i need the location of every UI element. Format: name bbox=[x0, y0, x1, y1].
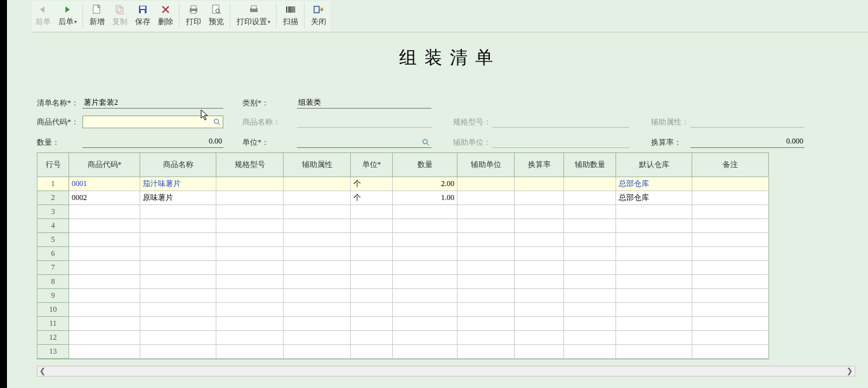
row-number[interactable]: 13 bbox=[37, 345, 69, 359]
rate-field[interactable]: 0.000 bbox=[690, 137, 805, 148]
cell[interactable] bbox=[216, 261, 284, 275]
cell[interactable] bbox=[284, 303, 351, 317]
cell[interactable] bbox=[140, 317, 216, 331]
scan-button[interactable]: 扫描 bbox=[279, 1, 302, 29]
cell[interactable] bbox=[351, 331, 393, 345]
cell[interactable] bbox=[69, 275, 140, 289]
cell[interactable] bbox=[564, 177, 616, 191]
cell[interactable] bbox=[564, 233, 616, 247]
col-name[interactable]: 商品名称 bbox=[140, 153, 216, 177]
col-code[interactable]: 商品代码* bbox=[69, 153, 140, 177]
cell[interactable] bbox=[393, 275, 457, 289]
cell[interactable] bbox=[692, 289, 768, 303]
table-row[interactable]: 8 bbox=[37, 275, 768, 289]
cell[interactable] bbox=[351, 219, 393, 233]
cell[interactable] bbox=[515, 345, 564, 359]
qty-field[interactable]: 0.00 bbox=[82, 137, 223, 148]
cell[interactable] bbox=[284, 275, 351, 289]
cell[interactable] bbox=[564, 205, 616, 219]
cell[interactable] bbox=[284, 205, 351, 219]
cell[interactable]: 个 bbox=[351, 177, 393, 191]
cell[interactable] bbox=[457, 331, 515, 345]
cell[interactable] bbox=[284, 247, 351, 261]
cell[interactable] bbox=[457, 177, 515, 191]
row-number[interactable]: 9 bbox=[37, 289, 69, 303]
table-row[interactable]: 7 bbox=[37, 261, 768, 275]
cell[interactable] bbox=[616, 275, 692, 289]
cell[interactable] bbox=[692, 233, 768, 247]
cell[interactable]: 总部仓库 bbox=[616, 177, 692, 191]
cell[interactable] bbox=[351, 303, 393, 317]
col-spec[interactable]: 规格型号 bbox=[216, 153, 284, 177]
cell[interactable] bbox=[216, 303, 284, 317]
cell[interactable] bbox=[457, 303, 515, 317]
cell[interactable] bbox=[692, 345, 768, 359]
cell[interactable] bbox=[692, 177, 768, 191]
code-input-inner[interactable] bbox=[84, 117, 213, 127]
cell[interactable] bbox=[140, 345, 216, 359]
cell[interactable] bbox=[69, 247, 140, 261]
cell[interactable] bbox=[457, 289, 515, 303]
cell[interactable] bbox=[216, 233, 284, 247]
table-row[interactable]: 20002原味薯片个1.00总部仓库 bbox=[37, 191, 768, 205]
cell[interactable] bbox=[515, 219, 564, 233]
cell[interactable] bbox=[457, 247, 515, 261]
col-auxunit[interactable]: 辅助单位 bbox=[457, 153, 515, 177]
cell[interactable]: 2.00 bbox=[393, 177, 457, 191]
cell[interactable] bbox=[284, 233, 351, 247]
cell[interactable] bbox=[515, 303, 564, 317]
cell[interactable] bbox=[216, 331, 284, 345]
code-input[interactable] bbox=[82, 116, 223, 128]
cell[interactable] bbox=[515, 247, 564, 261]
scroll-left-icon[interactable]: ❮ bbox=[37, 366, 48, 376]
cell[interactable] bbox=[351, 233, 393, 247]
table-row[interactable]: 6 bbox=[37, 247, 768, 261]
row-number[interactable]: 6 bbox=[37, 247, 69, 261]
cell[interactable] bbox=[515, 275, 564, 289]
next-bill-button[interactable]: 后单 ▾ bbox=[55, 1, 81, 29]
close-button[interactable]: 关闭 bbox=[307, 1, 330, 29]
cell[interactable] bbox=[351, 205, 393, 219]
cell[interactable] bbox=[140, 275, 216, 289]
cell[interactable] bbox=[564, 303, 616, 317]
table-row[interactable]: 5 bbox=[37, 233, 768, 247]
cell[interactable] bbox=[284, 191, 351, 205]
cell[interactable] bbox=[140, 303, 216, 317]
cell[interactable] bbox=[564, 289, 616, 303]
cell[interactable] bbox=[616, 233, 692, 247]
lookup-icon[interactable] bbox=[421, 138, 430, 147]
cell[interactable] bbox=[692, 261, 768, 275]
cell[interactable] bbox=[457, 205, 515, 219]
cell[interactable] bbox=[216, 345, 284, 359]
col-rownum[interactable]: 行号 bbox=[37, 153, 69, 177]
cell[interactable] bbox=[393, 345, 457, 359]
col-wh[interactable]: 默认仓库 bbox=[616, 153, 692, 177]
cell[interactable] bbox=[393, 261, 457, 275]
table-row[interactable]: 10 bbox=[37, 303, 768, 317]
preview-button[interactable]: 预览 bbox=[205, 1, 228, 29]
cell[interactable] bbox=[616, 261, 692, 275]
cell[interactable] bbox=[692, 205, 768, 219]
cell[interactable] bbox=[69, 345, 140, 359]
cell[interactable] bbox=[140, 219, 216, 233]
cell[interactable] bbox=[515, 317, 564, 331]
cell[interactable] bbox=[457, 345, 515, 359]
cell[interactable] bbox=[140, 233, 216, 247]
cell[interactable] bbox=[616, 317, 692, 331]
cell[interactable] bbox=[515, 233, 564, 247]
cell[interactable] bbox=[564, 219, 616, 233]
cell[interactable] bbox=[393, 317, 457, 331]
cell[interactable] bbox=[616, 205, 692, 219]
cell[interactable] bbox=[616, 331, 692, 345]
cell[interactable] bbox=[140, 247, 216, 261]
unit-field[interactable] bbox=[297, 137, 431, 148]
row-number[interactable]: 10 bbox=[37, 303, 69, 317]
cell[interactable]: 0002 bbox=[69, 191, 140, 205]
col-note[interactable]: 备注 bbox=[692, 153, 768, 177]
cell[interactable] bbox=[457, 275, 515, 289]
table-row[interactable]: 3 bbox=[37, 205, 768, 219]
cell[interactable] bbox=[515, 289, 564, 303]
cell[interactable] bbox=[616, 219, 692, 233]
cell[interactable] bbox=[284, 331, 351, 345]
cell[interactable] bbox=[393, 331, 457, 345]
